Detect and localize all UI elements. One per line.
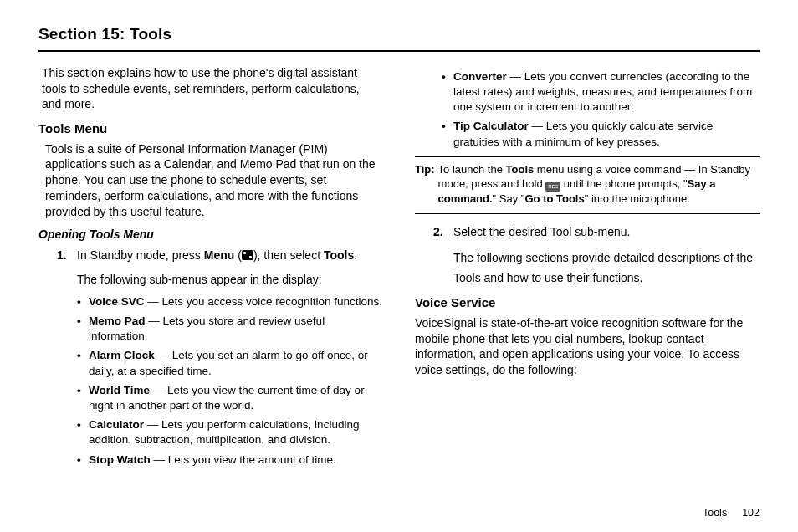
step-text: Select the desired Tool sub-menu. xyxy=(453,224,760,240)
section-title: Section 15: Tools xyxy=(38,23,760,52)
intro-paragraph: This section explains how to use the pho… xyxy=(38,65,383,113)
bullet-converter: • Converter — Lets you convert currencie… xyxy=(442,69,760,115)
bullet-calculator: • Calculator — Lets you perform calculat… xyxy=(77,417,383,448)
text: . xyxy=(354,248,357,262)
bullet-title: Stop Watch xyxy=(89,453,151,466)
bullet-alarm-clock: • Alarm Clock — Lets you set an alarm to… xyxy=(77,348,383,378)
text: " Say " xyxy=(493,192,525,205)
tip-text: To launch the Tools menu using a voice c… xyxy=(438,162,760,207)
two-column-layout: This section explains how to use the pho… xyxy=(38,65,760,472)
text: " into the microphone. xyxy=(585,192,690,205)
tools-menu-heading: Tools Menu xyxy=(38,120,383,137)
tools-label: Tools xyxy=(324,248,354,262)
text: until the phone prompts, " xyxy=(560,177,687,190)
bullet-title: Alarm Clock xyxy=(89,349,155,361)
tools-menu-body: Tools is a suite of Personal Information… xyxy=(38,141,383,220)
submenu-bullet-list-continued: • Converter — Lets you convert currencie… xyxy=(442,69,760,150)
bullet-dot: • xyxy=(77,314,89,344)
text: In Standby mode, press xyxy=(77,248,204,262)
record-key-icon: REC xyxy=(545,182,560,192)
bullet-dot: • xyxy=(77,348,89,378)
menu-icon xyxy=(242,250,253,260)
left-column: This section explains how to use the pho… xyxy=(38,65,383,472)
text: ), then select xyxy=(253,248,324,262)
tip-label: Tip: xyxy=(415,162,435,207)
voice-service-body: VoiceSignal is state-of-the-art voice re… xyxy=(415,315,760,379)
opening-tools-menu-heading: Opening Tools Menu xyxy=(38,227,383,243)
go-to-tools-bold: Go to Tools xyxy=(524,192,584,205)
bullet-dot: • xyxy=(77,453,89,468)
page-footer: Tools102 xyxy=(703,506,760,520)
tools-bold: Tools xyxy=(506,163,535,176)
bullet-desc: — Lets you view the amount of time. xyxy=(151,453,336,466)
right-column: • Converter — Lets you convert currencie… xyxy=(415,65,760,472)
bullet-title: Memo Pad xyxy=(89,315,146,327)
bullet-voice-svc: • Voice SVC — Lets you access voice reco… xyxy=(77,294,383,309)
bullet-stop-watch: • Stop Watch — Lets you view the amount … xyxy=(77,453,383,468)
bullet-dot: • xyxy=(442,119,453,149)
step-number: 2. xyxy=(433,224,453,240)
bullet-title: Calculator xyxy=(89,418,144,431)
bullet-desc: — Lets you access voice recognition func… xyxy=(145,295,382,308)
step-text: In Standby mode, press Menu (), then sel… xyxy=(77,248,383,263)
bullet-dot: • xyxy=(77,383,89,413)
bullet-title: World Time xyxy=(89,384,150,396)
text: ( xyxy=(234,248,242,262)
bullet-dot: • xyxy=(77,417,89,448)
bullet-tip-calculator: • Tip Calculator — Lets you quickly calc… xyxy=(442,119,760,149)
bullet-title: Converter xyxy=(453,70,507,83)
step-1: 1. In Standby mode, press Menu (), then … xyxy=(57,248,383,263)
text: To launch the xyxy=(438,163,506,176)
footer-section-name: Tools xyxy=(703,507,727,519)
bullet-memo-pad: • Memo Pad — Lets you store and review u… xyxy=(77,314,383,344)
page: Section 15: Tools This section explains … xyxy=(0,0,798,532)
voice-service-heading: Voice Service xyxy=(415,294,760,311)
step-number: 1. xyxy=(57,248,77,263)
bullet-title: Voice SVC xyxy=(89,295,145,308)
step-2: 2. Select the desired Tool sub-menu. xyxy=(433,224,760,240)
bullet-dot: • xyxy=(77,294,89,309)
bullet-world-time: • World Time — Lets you view the current… xyxy=(77,383,383,413)
bullet-dot: • xyxy=(442,69,453,115)
submenu-bullet-list: • Voice SVC — Lets you access voice reco… xyxy=(77,294,383,468)
bullet-title: Tip Calculator xyxy=(453,120,529,132)
step-2-followup: The following sections provide detailed … xyxy=(453,248,760,289)
menu-label: Menu xyxy=(204,248,235,262)
submenu-intro-line: The following sub-menus appear in the di… xyxy=(77,272,383,288)
tip-box: Tip: To launch the Tools menu using a vo… xyxy=(415,156,760,214)
footer-page-number: 102 xyxy=(742,507,760,519)
